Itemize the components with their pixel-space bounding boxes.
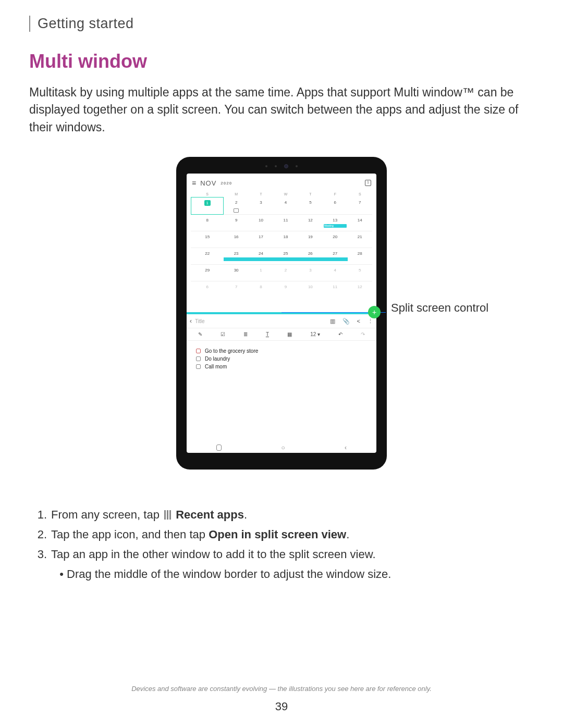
note-icon	[234, 208, 239, 213]
undo-icon[interactable]: ↶	[338, 331, 342, 337]
reader-icon[interactable]: ▥	[330, 318, 335, 325]
footnote: Devices and software are constantly evol…	[0, 685, 563, 693]
task-list: Go to the grocery store Do laundry Call …	[187, 341, 376, 377]
event-span	[224, 257, 248, 261]
checkbox-icon[interactable]	[196, 364, 201, 369]
text-style-icon[interactable]: T	[266, 331, 269, 337]
share-icon[interactable]: <	[357, 318, 360, 325]
attach-icon[interactable]: 📎	[342, 318, 350, 325]
task-item: Go to the grocery store	[196, 348, 367, 354]
more-icon[interactable]: ⋮	[368, 318, 373, 325]
section-header: Getting started	[29, 16, 534, 32]
android-navbar: ○ ‹	[187, 442, 376, 453]
page-heading: Multi window	[29, 51, 534, 72]
tablet-frame: ≡ NOV 2020 S M T W T F	[176, 157, 387, 470]
notes-toolbar: ✎ ☑ ≣ T ▦ 12 ▾ ↶ ↷	[187, 328, 376, 341]
redo-icon: ↷	[361, 331, 365, 337]
calendar-year: 2020	[221, 181, 232, 186]
add-event-fab[interactable]: +	[368, 306, 381, 318]
task-item: Call mom	[196, 364, 367, 369]
today-icon[interactable]	[365, 180, 371, 186]
event-meeting: Meeting	[324, 224, 346, 228]
illustration: ≡ NOV 2020 S M T W T F	[29, 157, 534, 480]
step-2: 2. Tap the app icon, and then tap Open i…	[35, 528, 524, 541]
calendar-grid: S M T W T F S 1 2 3 4	[191, 191, 372, 298]
back-nav-icon[interactable]: ‹	[345, 444, 347, 451]
layout-icon[interactable]: ▦	[287, 331, 292, 337]
home-nav-icon[interactable]: ○	[281, 444, 285, 451]
step-3-bullet: • Drag the middle of the window border t…	[56, 567, 524, 581]
recents-nav-icon[interactable]	[216, 445, 222, 451]
step-3: 3. Tap an app in the other window to add…	[35, 548, 524, 561]
recent-apps-icon	[164, 510, 171, 520]
checkbox-icon[interactable]: ☑	[221, 331, 225, 337]
step-1: 1. From any screen, tap Recent apps.	[35, 508, 524, 522]
back-icon[interactable]: ‹	[190, 317, 192, 325]
pen-icon[interactable]: ✎	[198, 331, 202, 337]
checkbox-icon[interactable]	[196, 356, 201, 361]
task-item: Do laundry	[196, 356, 367, 362]
tablet-camera	[265, 164, 298, 168]
checkbox-icon[interactable]	[196, 349, 201, 353]
callout-label: Split screen control	[391, 301, 488, 315]
font-size[interactable]: 12 ▾	[310, 331, 320, 337]
section-title: Getting started	[38, 16, 134, 31]
hamburger-icon[interactable]: ≡	[192, 179, 196, 187]
calendar-month: NOV	[200, 179, 216, 187]
notes-app: ‹ Title ▥ 📎 < ⋮ ✎ ☑ ≣ T ▦ 12	[187, 314, 376, 442]
calendar-dow-row: S M T W T F S	[191, 191, 372, 197]
steps-list: 1. From any screen, tap Recent apps. 2. …	[29, 508, 534, 581]
page-number: 39	[0, 700, 563, 713]
list-icon[interactable]: ≣	[243, 331, 248, 337]
calendar-app: ≡ NOV 2020 S M T W T F	[187, 174, 376, 298]
intro-paragraph: Multitask by using multiple apps at the …	[29, 84, 534, 136]
notes-title-placeholder[interactable]: Title	[195, 318, 205, 324]
